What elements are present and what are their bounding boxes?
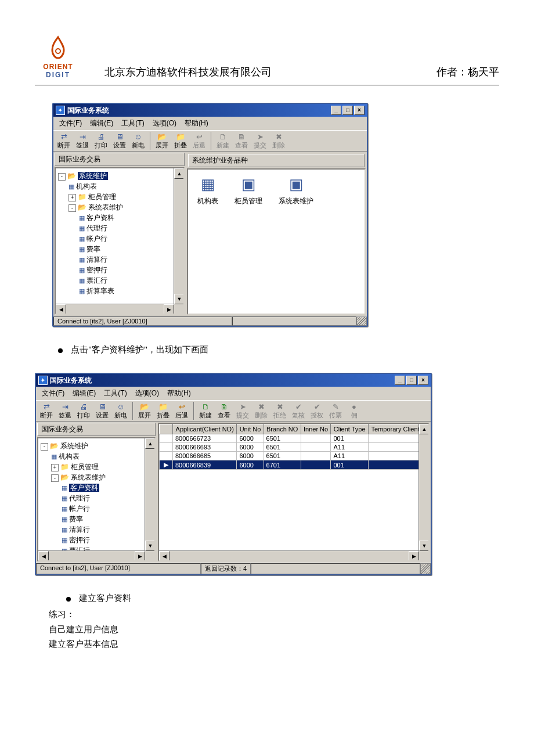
tree-leaf[interactable]: 清算行 — [69, 525, 90, 534]
column-header[interactable]: Applicant(Client NO) — [173, 424, 237, 434]
close-button[interactable]: × — [418, 376, 428, 385]
scrollbar-vertical[interactable]: ▲ ▼ — [174, 168, 183, 304]
column-header[interactable]: Inner No — [301, 424, 331, 434]
menu-file[interactable]: 文件(F) — [56, 118, 85, 129]
column-header[interactable]: Unit No — [237, 424, 264, 434]
maximize-button[interactable]: □ — [342, 106, 353, 115]
cell[interactable] — [301, 460, 331, 470]
tree-leaf[interactable]: 密押行 — [69, 536, 90, 544]
tree-node[interactable]: 系统表维护 — [88, 203, 123, 211]
scroll-down-icon[interactable]: ▼ — [419, 541, 430, 551]
table-row[interactable]: ▶800066683960006701001 — [160, 460, 428, 470]
tree-leaf[interactable]: 费率 — [69, 515, 83, 523]
cell[interactable]: 8000666839 — [173, 460, 237, 470]
toolbar-button[interactable]: ⇥签退 — [57, 402, 73, 420]
tree-node[interactable]: 机构表 — [76, 182, 97, 190]
tree-leaf[interactable]: 密押行 — [86, 266, 107, 274]
toolbar-button[interactable]: 🖥设置 — [94, 402, 110, 420]
scrollbar-horizontal[interactable]: ◀ ▶ — [38, 550, 145, 560]
tree-leaf[interactable]: 代理行 — [86, 224, 107, 232]
table-row[interactable]: 800066668560006501A11 — [160, 452, 428, 460]
tree-leaf[interactable]: 帐户行 — [86, 235, 107, 243]
menu-help[interactable]: 帮助(H) — [164, 388, 194, 399]
cell[interactable]: 6501 — [264, 452, 301, 460]
tree-leaf[interactable]: 客户资料 — [86, 214, 114, 222]
expand-icon[interactable]: + — [68, 194, 76, 201]
tree-root[interactable]: 系统维护 — [78, 172, 108, 180]
tree[interactable]: -📂系统维护 ▦机构表 +📁柜员管理 -📂系统表维护 ▦客户资料▦代理行▦帐户行… — [56, 168, 183, 298]
minimize-button[interactable]: _ — [331, 106, 341, 115]
list-item-sysmaint[interactable]: ▣ 系统表维护 — [279, 175, 313, 308]
cell[interactable]: 001 — [331, 434, 369, 443]
table-row[interactable]: 800066672360006501001 — [160, 434, 428, 443]
tree-leaf[interactable]: 帐户行 — [69, 505, 90, 513]
cell[interactable]: A11 — [331, 443, 369, 452]
collapse-icon[interactable]: - — [41, 443, 48, 451]
tree-node[interactable]: 柜员管理 — [71, 463, 99, 471]
tree-leaf[interactable]: 票汇行 — [86, 276, 107, 285]
tree-node[interactable]: 系统表维护 — [71, 473, 106, 481]
cell[interactable]: 6000 — [237, 452, 264, 460]
scroll-down-icon[interactable]: ▼ — [174, 294, 185, 304]
toolbar-button[interactable]: 🗋新建 — [197, 402, 214, 420]
collapse-icon[interactable]: - — [51, 474, 59, 482]
cell[interactable]: 6000 — [237, 434, 264, 443]
cell[interactable] — [301, 443, 331, 452]
tree-node[interactable]: 机构表 — [59, 452, 80, 460]
list-item-institution[interactable]: ▦ 机构表 — [197, 175, 218, 308]
toolbar-button[interactable]: 📁折叠 — [155, 402, 171, 420]
scroll-up-icon[interactable]: ▲ — [145, 438, 156, 449]
tree-leaf[interactable]: 清算行 — [86, 255, 107, 264]
toolbar-button[interactable]: ☺新电 — [113, 402, 129, 420]
resize-grip-icon[interactable] — [356, 316, 367, 326]
resize-grip-icon[interactable] — [420, 563, 431, 574]
scrollbar-vertical[interactable]: ▲ ▼ — [418, 424, 428, 551]
cell[interactable] — [301, 434, 331, 443]
minimize-button[interactable]: _ — [395, 376, 405, 385]
menu-edit[interactable]: 编辑(E) — [86, 118, 117, 129]
table-row[interactable]: 800066669360006501A11 — [160, 443, 428, 452]
tree-leaf[interactable]: 费率 — [86, 245, 100, 253]
column-header[interactable]: Branch NO — [264, 424, 301, 434]
list-item-teller[interactable]: ▣ 柜员管理 — [234, 175, 262, 308]
cell[interactable]: 8000666723 — [173, 434, 237, 443]
toolbar-button[interactable]: ☺新电 — [130, 132, 146, 150]
collapse-icon[interactable]: - — [68, 204, 76, 212]
tree-leaf[interactable]: 代理行 — [69, 494, 90, 502]
toolbar-button[interactable]: 📁折叠 — [172, 132, 189, 150]
scroll-down-icon[interactable]: ▼ — [145, 541, 156, 551]
close-button[interactable]: × — [354, 106, 365, 115]
scroll-left-icon[interactable]: ◀ — [159, 551, 169, 561]
cell[interactable]: 6501 — [264, 434, 301, 443]
scroll-left-icon[interactable]: ◀ — [56, 304, 66, 315]
menu-option[interactable]: 选项(O) — [132, 388, 163, 399]
toolbar-button[interactable]: ⇄断开 — [38, 402, 55, 420]
expand-icon[interactable]: + — [51, 464, 59, 471]
cell[interactable]: 001 — [331, 460, 369, 470]
scrollbar-vertical[interactable]: ▲ ▼ — [145, 438, 154, 551]
tree-node[interactable]: 柜员管理 — [88, 193, 116, 201]
menu-edit[interactable]: 编辑(E) — [69, 388, 99, 399]
toolbar-button[interactable]: 📂展开 — [154, 132, 170, 150]
scroll-left-icon[interactable]: ◀ — [38, 551, 49, 561]
maximize-button[interactable]: □ — [406, 376, 417, 385]
scroll-right-icon[interactable]: ▶ — [409, 551, 419, 561]
cell[interactable]: 6000 — [237, 460, 264, 470]
tree[interactable]: -📂系统维护 ▦机构表 +📁柜员管理 -📂系统表维护 ▦客户资料▦代理行▦帐户行… — [38, 438, 154, 561]
toolbar-button[interactable]: ⇄断开 — [56, 132, 72, 150]
scroll-up-icon[interactable]: ▲ — [419, 424, 430, 434]
cell[interactable]: 8000666693 — [173, 443, 237, 452]
cell[interactable]: A11 — [331, 452, 369, 460]
tree-leaf[interactable]: 折算率表 — [86, 287, 114, 295]
toolbar-button[interactable]: 🖨打印 — [93, 132, 109, 150]
menu-option[interactable]: 选项(O) — [149, 118, 180, 129]
toolbar-button[interactable]: ⇥签退 — [74, 132, 91, 150]
toolbar-button[interactable]: ↩后退 — [174, 402, 190, 420]
cell[interactable]: 6000 — [237, 443, 264, 452]
cell[interactable] — [301, 452, 331, 460]
column-header[interactable]: Client Type — [331, 424, 369, 434]
menu-help[interactable]: 帮助(H) — [181, 118, 212, 129]
cell[interactable]: 6701 — [264, 460, 301, 470]
toolbar-button[interactable]: 🖥设置 — [111, 132, 128, 150]
tree-leaf[interactable]: 客户资料 — [69, 484, 99, 492]
